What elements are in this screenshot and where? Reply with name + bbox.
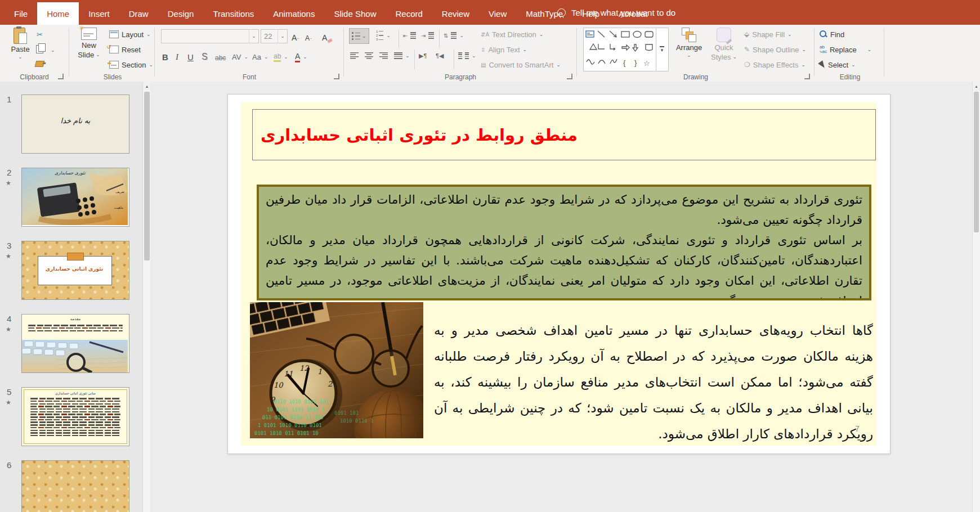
slide-thumbnail-5[interactable]: مبانی تئوری اثباتی حسابداری xyxy=(21,387,129,446)
bullets-button[interactable]: ⌄ xyxy=(349,28,369,44)
tab-transitions[interactable]: Transitions xyxy=(203,2,263,25)
numbering-button[interactable]: 123 ⌄ xyxy=(376,29,391,42)
slide-thumbnail-4[interactable]: مقدمه xyxy=(21,314,129,373)
clipboard-dialog-launcher[interactable] xyxy=(58,74,64,79)
slide-thumbnail-6[interactable] xyxy=(21,460,129,512)
copy-button[interactable] xyxy=(36,43,43,55)
tab-file[interactable]: File xyxy=(5,2,37,25)
paste-icon xyxy=(14,27,27,44)
tab-review[interactable]: Review xyxy=(432,2,479,25)
svg-text:2: 2 xyxy=(328,380,333,388)
font-dialog-launcher[interactable] xyxy=(334,74,339,79)
title-bar: File Home Insert Draw Design Transitions… xyxy=(0,0,980,25)
grow-font-button[interactable]: Aˆ xyxy=(292,30,299,42)
font-size-dropdown[interactable]: ⌄ xyxy=(278,30,287,43)
thumb5-title: مبانی تئوری اثباتی حسابداری xyxy=(22,391,129,395)
font-size-combo[interactable]: 22 ⌄ xyxy=(261,29,288,43)
text-shadow-button[interactable]: S xyxy=(202,51,208,63)
group-paragraph: ⌄ 123 ⌄ ⇤ ⇥ ⇅ ⌄ ⌄ ▶¶ ¶◀ xyxy=(347,25,574,82)
slide-page[interactable]: منطق روابط در تئوری اثباتی حسابداری تئور… xyxy=(227,94,890,454)
arrange-button[interactable]: Arrange ⌄ xyxy=(673,28,705,58)
align-text-button[interactable]: ⇳ Align Text⌄ xyxy=(481,43,527,56)
shapes-more-button[interactable]: ▾ xyxy=(656,28,668,71)
align-left-button[interactable] xyxy=(350,50,359,62)
align-right-button[interactable] xyxy=(379,50,388,62)
slide-number: 1 xyxy=(7,95,11,104)
decrease-indent-button[interactable]: ⇤ xyxy=(403,29,416,42)
tab-animations[interactable]: Animations xyxy=(263,2,324,25)
quick-styles-button[interactable]: Quick Styles⌄ xyxy=(708,28,740,61)
strikethrough-button[interactable]: abc xyxy=(215,52,226,64)
shape-outline-button[interactable]: ✎ Shape Outline⌄ xyxy=(744,43,806,56)
align-center-button[interactable] xyxy=(365,50,373,62)
font-color-button[interactable]: A⌄ xyxy=(295,51,307,63)
slide-thumbnail-1[interactable]: به نام خدا xyxy=(21,95,129,154)
scrollbar-thumb[interactable] xyxy=(144,92,150,261)
line-spacing-button[interactable]: ⇅ ⌄ xyxy=(444,29,464,42)
select-button[interactable]: Select ⌄ xyxy=(820,59,856,71)
tab-draw[interactable]: Draw xyxy=(119,2,158,25)
left-to-right-button[interactable]: ▶¶ xyxy=(419,50,427,62)
tab-design[interactable]: Design xyxy=(158,2,204,25)
underline-button[interactable]: U xyxy=(187,51,194,63)
shapes-gallery[interactable]: { } ☆ ▾ xyxy=(583,28,669,71)
shape-fill-button[interactable]: ⬙ Shape Fill⌄ xyxy=(744,28,792,41)
shape-effects-button[interactable]: ❍ Shape Effects⌄ xyxy=(744,59,806,71)
clear-formatting-button[interactable]: A xyxy=(322,30,332,42)
section-button[interactable]: Section ⌄ xyxy=(109,59,153,71)
reset-button[interactable]: Reset xyxy=(109,43,141,56)
tab-view[interactable]: View xyxy=(479,2,516,25)
scrollbar-thumb[interactable] xyxy=(974,92,979,232)
svg-text:10 0101 1101 0010 1: 10 0101 1101 0010 1 xyxy=(267,407,325,412)
copy-dropdown[interactable]: ⌄ xyxy=(51,44,55,56)
paste-button[interactable]: Paste ⌄ xyxy=(5,27,36,60)
clock-glasses-photo[interactable]: 1211109 12 xyxy=(250,302,423,438)
animation-star-icon: ★ xyxy=(6,399,11,406)
scroll-up-icon[interactable]: ▴ xyxy=(143,82,151,91)
bold-button[interactable]: B xyxy=(162,51,168,63)
justify-button[interactable]: ⌄ xyxy=(394,50,410,62)
new-slide-button[interactable]: ✳ New Slide⌄ xyxy=(73,28,105,59)
right-to-left-button[interactable]: ¶◀ xyxy=(436,50,444,62)
find-button[interactable]: Find xyxy=(820,28,844,41)
font-name-dropdown[interactable]: ⌄ xyxy=(249,30,258,43)
slide-body-textbox[interactable]: گاها انتخاب رویه‌های حسابداری تنها در مس… xyxy=(434,317,873,447)
group-separator xyxy=(154,28,155,76)
font-name-combo[interactable]: ⌄ xyxy=(161,29,259,43)
tab-insert[interactable]: Insert xyxy=(79,2,119,25)
svg-text:1010 0110 1: 1010 0110 1 xyxy=(340,418,374,424)
svg-text:1: 1 xyxy=(317,367,322,376)
shrink-font-button[interactable]: Aˇ xyxy=(305,30,312,42)
section-icon xyxy=(109,61,119,69)
increase-indent-button[interactable]: ⇥ xyxy=(421,29,434,42)
replace-button[interactable]: ab⤷ac Replace ⌄ xyxy=(820,43,871,56)
layout-button[interactable]: Layout ⌄ xyxy=(109,28,151,41)
convert-smartart-button[interactable]: ▤ Convert to SmartArt⌄ xyxy=(481,59,561,71)
drawing-dialog-launcher[interactable] xyxy=(804,74,810,79)
slide-thumbnail-2[interactable]: تئوری حسابداری تعریف ماهیت xyxy=(21,168,129,227)
slide-title-box[interactable]: منطق روابط در تئوری اثباتی حسابداری xyxy=(252,109,876,160)
change-case-button[interactable]: Aa⌄ xyxy=(252,51,268,63)
tab-record[interactable]: Record xyxy=(386,2,432,25)
decrease-indent-icon xyxy=(410,32,416,39)
format-painter-button[interactable] xyxy=(35,57,44,70)
slide-thumbnail-3[interactable]: تئوری اثباتی حسابداری xyxy=(21,241,129,300)
scroll-up-icon[interactable]: ▴ xyxy=(973,82,980,91)
tab-home[interactable]: Home xyxy=(37,2,79,25)
main-scrollbar[interactable]: ▴ xyxy=(972,82,980,512)
thumbnail-panel-scrollbar[interactable]: ▴ xyxy=(142,82,151,512)
paragraph-dialog-launcher[interactable] xyxy=(567,74,572,79)
text-direction-button[interactable]: ⇵A Text Direction⌄ xyxy=(481,28,543,41)
slide-green-textbox[interactable]: تئوری قرارداد به تشریح این موضوع می‌پردا… xyxy=(257,185,871,300)
columns-button[interactable]: ⌄ xyxy=(458,50,476,62)
text-direction-icon: ⇵A xyxy=(481,32,489,38)
tell-me-box[interactable]: Tell me what you want to do xyxy=(557,0,675,25)
character-spacing-button[interactable]: AV⌄ xyxy=(232,51,248,63)
cut-button[interactable]: ✂ xyxy=(35,28,44,41)
columns-icon xyxy=(458,52,462,59)
tab-slide-show[interactable]: Slide Show xyxy=(324,2,386,25)
format-painter-icon xyxy=(35,61,45,67)
slide-number: 3 xyxy=(7,241,11,250)
italic-button[interactable]: I xyxy=(176,51,178,63)
text-highlight-button[interactable]: ab⌄ xyxy=(274,51,288,63)
